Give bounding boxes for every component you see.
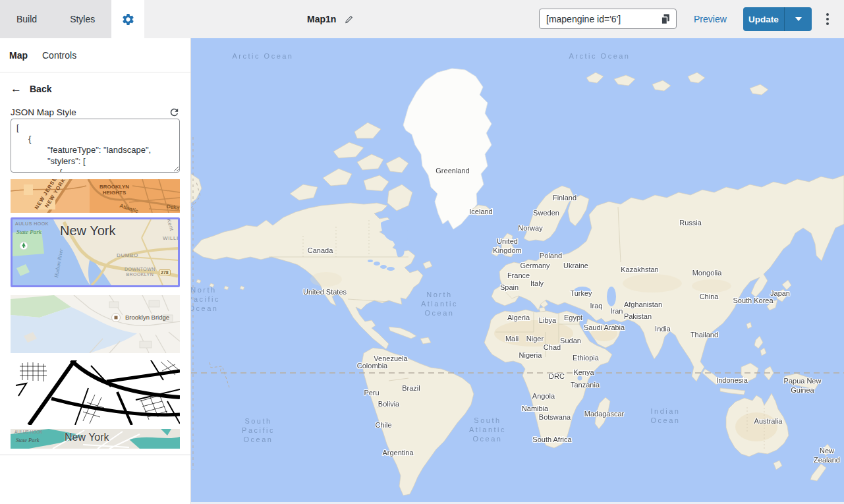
back-arrow-icon: ← [11,83,22,94]
map-style-option-teal[interactable]: AULUS HOOK State Park New York [11,429,180,449]
shortcode-box [539,9,677,29]
sidebar-tab-map[interactable]: Map [9,50,28,61]
sidebar-tab-controls[interactable]: Controls [42,50,76,61]
edit-title-button[interactable] [344,14,354,24]
back-label: Back [30,84,51,94]
app: Build Styles Map1n P [0,0,844,504]
tab-styles[interactable]: Styles [53,0,111,38]
preview-link[interactable]: Preview [694,0,727,38]
update-split-button: Update [743,7,812,31]
pencil-icon [344,14,354,24]
map-canvas[interactable]: Arctic OceanArctic OceanNorthPacificOcea… [191,38,844,504]
json-style-row: JSON Map Style [11,107,180,118]
refresh-button[interactable] [169,107,180,118]
json-style-label: JSON Map Style [11,107,76,117]
back-button[interactable]: ← Back [11,83,51,94]
page-title: Map1n [307,14,336,24]
update-button[interactable]: Update [743,7,784,31]
refresh-icon [169,107,180,118]
chevron-down-icon [795,17,802,21]
tab-build[interactable]: Build [0,0,53,38]
topbar: Build Styles Map1n P [0,0,844,38]
kebab-menu-icon[interactable] [823,11,832,27]
json-style-textarea[interactable]: [ { "featureType": "landscape", "stylers… [11,119,180,173]
sidebar: Map Controls ← Back JSON Map Style [ { "… [0,38,191,504]
main-tabs: Build Styles [0,0,144,38]
tab-settings[interactable] [111,0,144,38]
world-map-svg [191,38,844,504]
sidebar-tabs: Map Controls [0,38,190,72]
sidebar-divider [0,455,190,455]
copy-shortcode-button[interactable] [659,13,676,26]
gear-icon [121,13,135,26]
map-style-option-orange[interactable]: NEW JERSEY NEW YORK BROOKLYN HEIGHTS Atl… [11,179,180,213]
map-title-wrap: Map1n [307,0,354,38]
shortcode-input[interactable] [540,14,659,24]
map-style-option-light[interactable]: Brooklyn Bridge [11,295,180,353]
update-dropdown-button[interactable] [784,7,812,31]
copy-icon [659,13,672,26]
map-style-option-classic-selected[interactable]: AULUS HOOK State Park New York Hudson Ri… [11,217,180,287]
map-style-option-black-white[interactable] [11,360,180,425]
